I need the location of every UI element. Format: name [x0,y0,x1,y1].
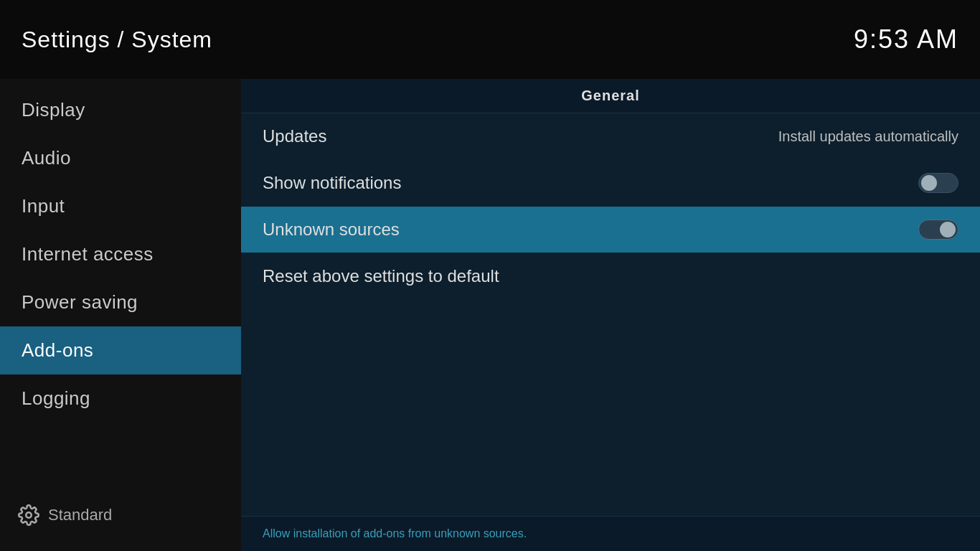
sidebar-item-input[interactable]: Input [0,182,241,230]
settings-list: Updates Install updates automatically Sh… [241,113,980,516]
sidebar-item-add-ons[interactable]: Add-ons [0,326,241,375]
page-title: Settings / System [22,27,212,53]
setting-row-reset[interactable]: Reset above settings to default [241,253,980,300]
clock: 9:53 AM [854,24,958,55]
main-layout: Display Audio Input Internet access Powe… [0,79,980,551]
setting-row-updates[interactable]: Updates Install updates automatically [241,113,980,160]
setting-label-updates: Updates [263,126,326,146]
sidebar-item-audio[interactable]: Audio [0,134,241,182]
toggle-knob-show-notifications [921,175,937,191]
header: Settings / System 9:53 AM [0,0,980,79]
section-header: General [241,79,980,113]
setting-value-updates: Install updates automatically [778,128,958,145]
sidebar: Display Audio Input Internet access Powe… [0,79,241,551]
gear-icon [18,504,39,526]
sidebar-item-internet-access[interactable]: Internet access [0,230,241,278]
sidebar-footer[interactable]: Standard [0,494,241,537]
toggle-knob-unknown-sources [940,222,956,237]
setting-label-unknown-sources: Unknown sources [263,220,400,240]
sidebar-item-power-saving[interactable]: Power saving [0,278,241,326]
toggle-show-notifications[interactable] [918,173,958,193]
bottom-hint: Allow installation of add-ons from unkno… [241,516,980,551]
profile-label: Standard [48,506,112,524]
setting-row-unknown-sources[interactable]: Unknown sources [241,207,980,253]
svg-point-0 [26,512,32,518]
setting-label-reset: Reset above settings to default [263,266,499,286]
sidebar-item-display[interactable]: Display [0,86,241,134]
section-title: General [581,88,639,103]
hint-text: Allow installation of add-ons from unkno… [263,527,527,540]
toggle-unknown-sources[interactable] [918,220,958,240]
setting-label-show-notifications: Show notifications [263,173,401,193]
content-area: General Updates Install updates automati… [241,79,980,551]
setting-row-show-notifications[interactable]: Show notifications [241,160,980,207]
sidebar-nav: Display Audio Input Internet access Powe… [0,86,241,423]
sidebar-item-logging[interactable]: Logging [0,375,241,423]
